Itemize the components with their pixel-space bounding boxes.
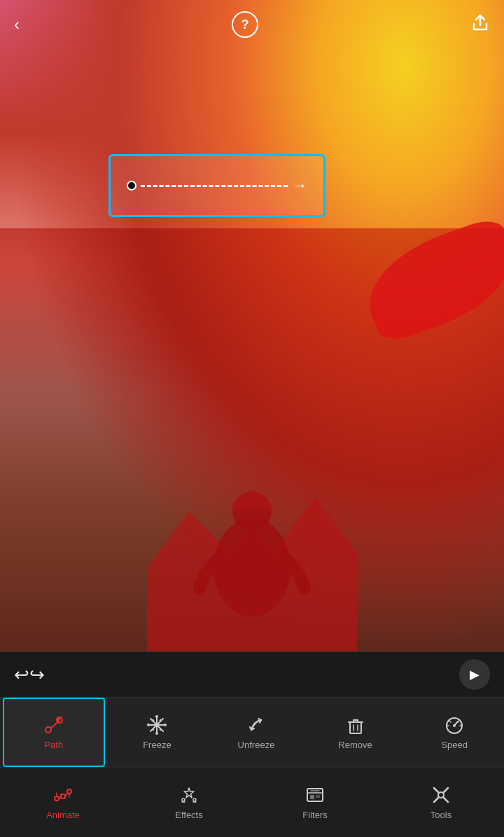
undo-button[interactable]: ↩ — [14, 664, 29, 686]
tools-icon — [430, 784, 451, 805]
svg-point-0 — [214, 518, 290, 616]
remove-icon — [345, 714, 366, 735]
svg-rect-38 — [316, 795, 320, 798]
help-label: ? — [241, 18, 249, 32]
effects-icon — [178, 784, 200, 805]
play-button[interactable]: ▶ — [459, 659, 490, 690]
image-area: → — [0, 0, 504, 651]
path-arrow: → — [292, 177, 307, 195]
tool-effects[interactable]: Effects — [126, 768, 252, 837]
unfreeze-label: Unfreeze — [238, 740, 275, 750]
svg-point-43 — [438, 792, 444, 798]
animate-label: Animate — [46, 810, 80, 820]
share-button[interactable] — [470, 13, 490, 36]
svg-point-8 — [155, 715, 158, 718]
tool-unfreeze[interactable]: Unfreeze — [206, 698, 306, 767]
svg-point-25 — [67, 789, 71, 794]
freeze-label: Freeze — [143, 740, 171, 750]
redo-button[interactable]: ↪ — [29, 664, 45, 686]
tool-speed[interactable]: Speed — [405, 698, 504, 767]
back-button[interactable]: ‹ — [14, 15, 20, 34]
svg-point-2 — [46, 727, 51, 733]
playback-bar: ↩ ↪ ▶ — [0, 651, 504, 697]
freeze-icon — [146, 714, 167, 735]
svg-point-32 — [193, 798, 196, 801]
help-button[interactable]: ? — [232, 11, 258, 38]
svg-rect-16 — [350, 722, 361, 733]
svg-rect-37 — [310, 795, 314, 799]
tool-freeze[interactable]: Freeze — [108, 698, 207, 767]
animate-icon — [52, 784, 74, 805]
svg-line-41 — [443, 788, 448, 793]
path-start-dot — [127, 181, 136, 191]
tool-filters[interactable]: Filters — [252, 768, 378, 837]
svg-point-9 — [155, 732, 158, 735]
play-icon: ▶ — [470, 667, 479, 682]
tool-path[interactable]: Path — [3, 698, 105, 767]
path-label: Path — [44, 740, 63, 750]
path-indicator-box[interactable]: → — [108, 154, 326, 217]
svg-point-21 — [453, 724, 456, 727]
background-image: → — [0, 0, 504, 651]
tools-row-1: Path Freeze — [0, 697, 504, 767]
speed-icon — [444, 714, 465, 735]
person-silhouette — [147, 357, 357, 651]
tools-label: Tools — [430, 810, 451, 820]
tool-tools[interactable]: Tools — [378, 768, 504, 837]
svg-rect-26 — [61, 794, 65, 798]
svg-point-31 — [182, 798, 185, 801]
tool-remove[interactable]: Remove — [306, 698, 405, 767]
path-icon — [43, 714, 64, 735]
effects-label: Effects — [175, 810, 203, 820]
svg-point-24 — [55, 796, 59, 801]
svg-line-39 — [434, 788, 439, 793]
unfreeze-icon — [246, 714, 267, 735]
svg-line-42 — [434, 797, 439, 802]
filters-icon — [304, 784, 326, 805]
path-dashed-line — [141, 185, 288, 187]
filters-label: Filters — [302, 810, 327, 820]
top-bar: ‹ ? — [0, 0, 504, 49]
tool-animate[interactable]: Animate — [0, 768, 126, 837]
svg-point-11 — [164, 724, 167, 726]
tools-row-2: Animate Effects Filters — [0, 767, 504, 837]
bottom-area: ↩ ↪ ▶ Path — [0, 651, 504, 837]
svg-line-40 — [443, 797, 448, 802]
svg-point-10 — [147, 724, 150, 726]
path-line: → — [127, 177, 307, 195]
speed-label: Speed — [441, 740, 468, 750]
remove-label: Remove — [338, 740, 372, 750]
